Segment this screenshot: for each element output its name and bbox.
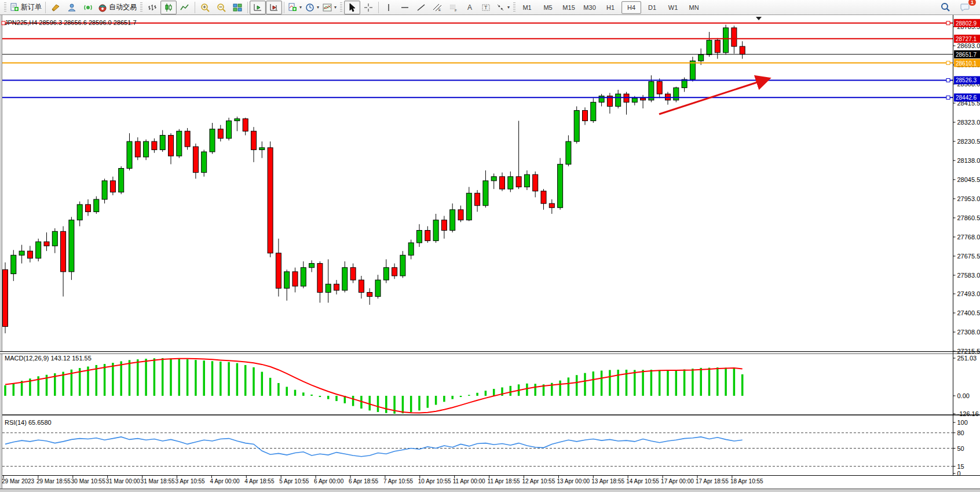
toolbar-grip[interactable]: [4, 2, 6, 13]
candle-body: [210, 129, 215, 152]
candle-body: [524, 174, 529, 187]
separator: [378, 2, 379, 13]
chat-button[interactable]: 1: [957, 1, 973, 14]
candle-body: [641, 98, 646, 100]
cursor-button[interactable]: [344, 1, 360, 14]
svg-text:29 Mar 18:55: 29 Mar 18:55: [36, 478, 71, 484]
macd-histogram-bar: [269, 378, 272, 396]
macd-histogram-bar: [534, 384, 536, 396]
trading-terminal-window: 新订单 自动交易: [0, 0, 980, 492]
svg-text:27953.0: 27953.0: [957, 195, 980, 202]
equidistant-channel-icon: E: [433, 3, 442, 12]
timeframe-button-MN[interactable]: MN: [684, 1, 704, 14]
timeframe-button-M30[interactable]: M30: [580, 1, 599, 14]
text-label-button[interactable]: T: [478, 1, 494, 14]
horizontal-line-button[interactable]: [397, 1, 413, 14]
timeframe-button-M1[interactable]: M1: [517, 1, 537, 14]
trendline-icon: [416, 3, 426, 12]
macd-histogram-bar: [302, 392, 305, 396]
panel-splitter[interactable]: [0, 352, 980, 354]
macd-histogram-bar: [733, 369, 736, 396]
styles-button[interactable]: [47, 1, 64, 14]
candle-body: [202, 152, 207, 173]
macd-histogram-bar: [385, 396, 387, 413]
toolbar-grip[interactable]: [340, 2, 342, 13]
svg-text:13 Apr 18:55: 13 Apr 18:55: [591, 478, 624, 484]
macd-histogram-bar: [568, 377, 570, 396]
line-handle[interactable]: [946, 78, 950, 82]
search-button[interactable]: [937, 1, 953, 14]
tile-windows-button[interactable]: [229, 1, 246, 14]
svg-text:28610.1: 28610.1: [956, 60, 977, 67]
svg-text:28138.0: 28138.0: [957, 157, 980, 164]
timeframe-button-M5[interactable]: M5: [538, 1, 558, 14]
candle-body: [574, 111, 579, 142]
svg-text:251.03: 251.03: [957, 355, 977, 362]
separator: [45, 2, 46, 13]
bar-chart-button[interactable]: [144, 1, 160, 14]
macd-histogram-bar: [510, 386, 512, 396]
tile-windows-icon: [233, 3, 242, 12]
timeframe-button-H1[interactable]: H1: [601, 1, 620, 14]
crosshair-button[interactable]: [360, 1, 376, 14]
line-handle[interactable]: [946, 96, 950, 99]
periods-button[interactable]: ▾: [303, 1, 321, 14]
candle-body: [243, 119, 248, 131]
indicators-button[interactable]: ▾: [286, 1, 303, 14]
trendline-button[interactable]: [413, 1, 429, 14]
auto-scroll-button[interactable]: [250, 1, 266, 14]
candle-body: [77, 205, 82, 220]
timeframe-button-D1[interactable]: D1: [642, 1, 662, 14]
zoom-in-button[interactable]: [197, 1, 213, 14]
candle-body: [375, 280, 381, 297]
svg-text:28651.7: 28651.7: [956, 52, 977, 58]
timeframe-button-M15[interactable]: M15: [559, 1, 579, 14]
text-button[interactable]: A: [462, 1, 478, 14]
timeframe-button-W1[interactable]: W1: [663, 1, 683, 14]
fibonacci-button[interactable]: F: [445, 1, 462, 14]
svg-text:6 Apr 00:00: 6 Apr 00:00: [314, 478, 344, 484]
candle-body: [466, 193, 471, 220]
toolbar-grip[interactable]: [140, 2, 142, 13]
chart-plot-area[interactable]: [2, 15, 953, 351]
svg-text:28442.6: 28442.6: [956, 94, 977, 101]
chart-shift-button[interactable]: [266, 1, 282, 14]
arrows-button[interactable]: ▾: [494, 1, 511, 14]
toolbar-right-group: 1: [937, 1, 978, 14]
svg-text:6 Apr 18:55: 6 Apr 18:55: [349, 478, 379, 484]
chart-svg[interactable]: 28785.528693.028600.528508.028415.528323…: [0, 15, 980, 492]
candle-body: [417, 231, 422, 243]
vertical-line-button[interactable]: [381, 1, 397, 14]
community-button[interactable]: [64, 1, 80, 14]
signals-button[interactable]: [80, 1, 96, 14]
candle-body: [500, 177, 505, 189]
candle-body: [135, 141, 140, 157]
line-chart-button[interactable]: [177, 1, 193, 14]
new-order-button[interactable]: 新订单: [8, 1, 43, 14]
macd-histogram-bar: [120, 361, 122, 396]
timeframe-button-H4[interactable]: H4: [621, 1, 641, 14]
candle-body: [19, 251, 24, 255]
line-handle[interactable]: [946, 61, 950, 65]
macd-histogram-bar: [195, 360, 197, 396]
macd-histogram-bar: [700, 368, 702, 396]
svg-text:27675.5: 27675.5: [957, 253, 980, 260]
macd-histogram-bar: [187, 359, 189, 396]
templates-button[interactable]: ▾: [321, 1, 338, 14]
zoom-out-button[interactable]: [213, 1, 229, 14]
macd-histogram-bar: [96, 365, 98, 396]
macd-histogram-bar: [253, 367, 255, 396]
indicators-icon: [288, 3, 297, 12]
line-handle[interactable]: [946, 21, 950, 25]
toolbar-grip[interactable]: [513, 2, 515, 13]
macd-histogram-bar: [650, 370, 653, 396]
macd-histogram-bar: [211, 361, 214, 396]
macd-histogram-bar: [112, 363, 114, 396]
candle-body: [52, 231, 57, 246]
dropdown-caret-icon: ▾: [317, 5, 319, 10]
auto-trading-button[interactable]: 自动交易: [96, 1, 138, 14]
equidistant-channel-button[interactable]: E: [429, 1, 445, 14]
candlestick-chart-button[interactable]: [160, 1, 177, 14]
candle-body: [533, 174, 538, 191]
svg-text:31 Mar 18:55: 31 Mar 18:55: [141, 478, 175, 484]
